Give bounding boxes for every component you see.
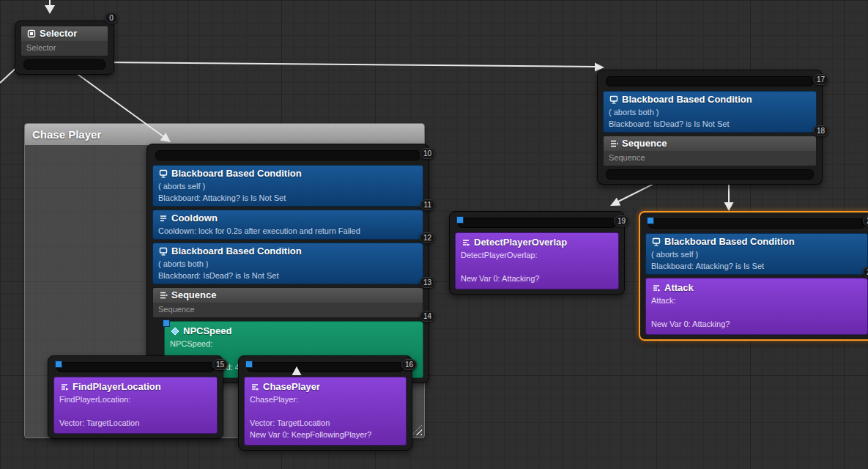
node-right-sequence-stack[interactable]: 17 Blackboard Based Condition ( aborts b…	[597, 70, 823, 185]
task-line: Attack:	[651, 295, 862, 306]
arrowhead-icon	[724, 202, 734, 211]
decorator-blackboard-isdead-not-set[interactable]: Blackboard Based Condition ( aborts both…	[603, 91, 817, 133]
output-pin-bar[interactable]	[606, 169, 814, 180]
decorator-detail: Blackboard: IsDead? is Is Not Set	[609, 118, 811, 130]
task-body[interactable]: FindPlayerLocation FindPlayerLocation: V…	[53, 377, 218, 434]
execution-index-badge: 15	[212, 359, 228, 370]
decorator-title: Blackboard Based Condition	[171, 167, 302, 180]
decorator-title: Blackboard Based Condition	[171, 245, 302, 258]
node-chase-sequence-stack[interactable]: 10 Blackboard Based Condition ( aborts s…	[146, 144, 429, 383]
decorator-blackboard-attacking-not-set[interactable]: Blackboard Based Condition ( aborts self…	[152, 165, 423, 207]
selector-icon	[26, 29, 36, 39]
blueprint-marker	[55, 361, 62, 368]
node-title: Selector	[40, 27, 77, 40]
input-pin-bar[interactable]	[155, 150, 420, 160]
task-line: New Var 0: Attacking?	[461, 273, 613, 284]
task-line: Vector: TargetLocation	[59, 417, 212, 429]
task-icon	[59, 383, 69, 392]
decorator-detail: Blackboard: IsDead? is Is Not Set	[158, 270, 418, 281]
decorator-blackboard-isdead-not-set[interactable]: Blackboard Based Condition ( aborts both…	[152, 243, 423, 284]
sequence-icon	[609, 139, 618, 149]
input-pin-bar[interactable]	[247, 362, 404, 372]
service-title: NPCSpeed	[183, 325, 231, 338]
task-icon	[250, 383, 259, 392]
execution-index-badge: 18	[813, 125, 828, 136]
task-title: FindPlayerLocation	[73, 380, 161, 394]
task-line	[250, 405, 401, 417]
execution-index-badge: 17	[813, 74, 828, 85]
node-detect-player-overlap[interactable]: 19 DetectPlayerOverlap DetectPlayerOverl…	[449, 211, 625, 295]
blueprint-marker	[245, 361, 253, 368]
cooldown-icon	[158, 214, 168, 224]
node-subtitle: Sequence	[153, 303, 423, 317]
service-line: NPCSpeed:	[170, 338, 418, 350]
task-line: New Var 0: KeepFollowingPlayer?	[250, 429, 401, 440]
execution-index-badge: 19	[614, 215, 629, 226]
output-pin-bar[interactable]	[23, 59, 105, 70]
blackboard-icon	[609, 95, 618, 105]
task-line: New Var 0: Attacking?	[651, 318, 862, 330]
task-body[interactable]: ChasePlayer ChasePlayer: Vector: TargetL…	[244, 377, 407, 446]
decorator-abort-mode: ( aborts both )	[158, 258, 418, 270]
task-line: FindPlayerLocation:	[59, 394, 212, 405]
execution-index-badge: 0	[105, 12, 118, 23]
blueprint-marker	[647, 217, 654, 224]
node-subtitle: Sequence	[604, 151, 816, 166]
composite-sequence[interactable]: Sequence Sequence	[603, 136, 817, 166]
blueprint-marker	[163, 320, 170, 327]
task-line	[651, 306, 862, 318]
arrowhead-icon	[610, 198, 620, 206]
task-title: Attack	[664, 281, 694, 295]
node-selector[interactable]: 0 Selector Selector	[15, 21, 114, 75]
decorator-abort-mode: ( aborts both )	[609, 106, 811, 118]
task-icon	[651, 284, 661, 293]
composite-selector[interactable]: Selector Selector	[21, 26, 108, 56]
task-body[interactable]: Attack Attack: New Var 0: Attacking?	[645, 278, 868, 335]
execution-index-badge: 11	[420, 199, 435, 210]
node-title: Sequence	[622, 137, 667, 150]
execution-index-badge: 12	[420, 232, 435, 243]
execution-index-badge: 10	[420, 148, 435, 159]
task-icon	[461, 238, 470, 248]
input-pin-bar[interactable]	[56, 362, 215, 372]
decorator-abort-mode: ( aborts self )	[651, 248, 862, 260]
decorator-title: Cooldown	[171, 212, 218, 225]
decorator-detail: Blackboard: Attacking? is Is Not Set	[158, 192, 418, 204]
decorator-title: Blackboard Based Condition	[664, 235, 795, 248]
decorator-abort-mode: ( aborts self )	[158, 180, 418, 192]
behavior-tree-canvas[interactable]: Chase Player 0 Selector	[0, 0, 868, 469]
input-pin-bar[interactable]	[648, 218, 865, 229]
node-subtitle: Selector	[21, 41, 108, 56]
composite-sequence[interactable]: Sequence Sequence	[152, 287, 423, 318]
execution-index-badge: 13	[420, 277, 435, 288]
blackboard-icon	[158, 169, 168, 179]
blackboard-icon	[651, 237, 661, 247]
node-find-player-location[interactable]: 15 FindPlayerLocation FindPlayerLocation…	[48, 355, 223, 439]
sequence-icon	[158, 291, 168, 300]
comment-title[interactable]: Chase Player	[25, 124, 424, 145]
execution-index-badge: 21	[863, 267, 868, 278]
service-icon	[170, 327, 179, 336]
task-body[interactable]: DetectPlayerOverlap DetectPlayerOverlap:…	[455, 232, 619, 289]
task-title: DetectPlayerOverlap	[474, 236, 567, 249]
decorator-blackboard-attacking-set[interactable]: Blackboard Based Condition ( aborts self…	[645, 233, 868, 275]
task-line: Vector: TargetLocation	[250, 417, 401, 429]
input-pin-bar[interactable]	[458, 218, 616, 228]
node-title: Sequence	[171, 289, 216, 302]
task-line	[59, 405, 212, 417]
arrowhead-icon	[45, 5, 55, 14]
decorator-cooldown[interactable]: Cooldown Cooldown: lock for 0.2s after e…	[152, 210, 423, 240]
execution-index-badge: 14	[420, 311, 435, 322]
decorator-detail: Blackboard: Attacking? is Is Set	[651, 260, 862, 272]
node-attack-stack-selected[interactable]: 20 Blackboard Based Condition ( aborts s…	[639, 211, 868, 341]
input-pin-bar[interactable]	[606, 76, 814, 86]
task-line: ChasePlayer:	[250, 394, 401, 405]
decorator-detail: Cooldown: lock for 0.2s after execution …	[158, 225, 418, 237]
task-line: DetectPlayerOverlap:	[461, 249, 613, 261]
connection-wire	[101, 62, 595, 67]
node-chase-player[interactable]: 16 ChasePlayer ChasePlayer: Vector: Targ…	[238, 355, 412, 451]
task-title: ChasePlayer	[263, 380, 320, 394]
execution-index-badge: 16	[401, 359, 417, 370]
blueprint-marker	[456, 216, 464, 224]
task-line	[461, 261, 613, 273]
